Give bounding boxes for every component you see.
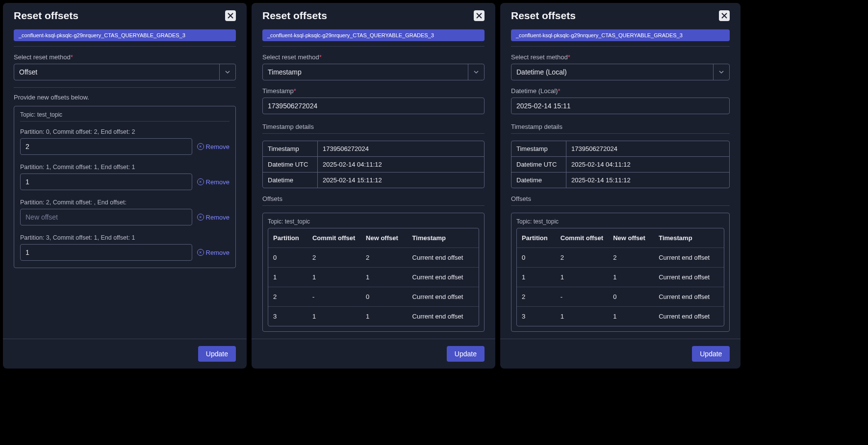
col-new-offset: New offset [361,228,408,247]
partition-row: Partition: 0, Commit offset: 2, End offs… [20,128,230,155]
detail-key: Timestamp [511,141,566,156]
divider [262,133,485,134]
detail-row: Datetime 2025-02-14 15:11:12 [511,173,729,188]
method-label: Select reset method* [14,53,236,61]
offsets-subtext: Provide new offsets below. [14,94,236,101]
datetime-label: Datetime (Local)* [511,87,730,95]
detail-key: Datetime UTC [511,157,566,172]
partition-label: Partition: 3, Commit offset: 1, End offs… [20,234,230,241]
offset-input[interactable] [20,173,192,190]
panel-footer: Update [252,339,495,369]
method-select[interactable]: Datetime (Local) [511,64,730,80]
panel-title: Reset offsets [14,10,78,22]
offset-input[interactable] [20,244,192,261]
detail-key: Datetime UTC [263,157,318,172]
offsets-label: Offsets [262,195,485,202]
partition-row: Partition: 1, Commit offset: 1, End offs… [20,164,230,190]
partitions-box: Topic: test_topic Partition: 0, Commit o… [14,106,236,268]
divider [511,133,730,134]
offsets-table: Partition Commit offset New offset Times… [516,228,724,326]
detail-row: Datetime UTC 2025-02-14 04:11:12 [511,157,729,173]
method-value: Datetime (Local) [516,68,567,76]
topic-label: Topic: test_topic [20,111,230,118]
table-row: 111Current end offset [517,268,724,287]
offsets-box: Topic: test_topic Partition Commit offse… [511,213,730,332]
col-commit-offset: Commit offset [556,228,608,247]
detail-row: Timestamp 1739506272024 [263,141,484,157]
remove-button[interactable]: × Remove [197,178,230,186]
timestamp-details-label: Timestamp details [511,123,730,130]
remove-button[interactable]: × Remove [197,249,230,256]
detail-value: 2025-02-14 04:11:12 [318,157,484,172]
col-partition: Partition [268,228,307,247]
detail-value: 1739506272024 [318,141,484,156]
panel-footer: Update [500,339,740,369]
detail-row: Datetime 2025-02-14 15:11:12 [263,173,484,188]
detail-key: Datetime [511,173,566,188]
table-row: 311Current end offset [517,307,724,326]
chevron-down-icon [468,64,479,80]
detail-key: Datetime [263,173,318,188]
datetime-input[interactable] [511,98,730,114]
remove-button[interactable]: × Remove [197,143,230,150]
remove-button[interactable]: × Remove [197,214,230,221]
table-row: 111Current end offset [268,268,479,287]
remove-icon: × [197,214,204,221]
update-button[interactable]: Update [198,346,236,362]
chevron-down-icon [713,64,724,80]
close-button[interactable] [719,10,730,21]
detail-value: 1739506272024 [566,141,729,156]
panel-content: Select reset method* Offset Provide new … [3,47,247,339]
method-select[interactable]: Timestamp [262,64,485,80]
table-row: 2-0Current end offset [268,287,479,307]
topic-label: Topic: test_topic [268,218,479,225]
consumer-group-chip: _confluent-ksql-pksqlc-g29nrquery_CTAS_Q… [511,29,730,41]
method-value: Offset [19,68,37,76]
close-button[interactable] [474,10,485,21]
consumer-group-chip: _confluent-ksql-pksqlc-g29nrquery_CTAS_Q… [262,29,485,41]
panel-title: Reset offsets [262,10,327,22]
offset-input[interactable] [20,138,192,155]
col-timestamp: Timestamp [408,228,479,247]
remove-icon: × [197,178,204,185]
chevron-down-icon [219,64,230,80]
timestamp-details-label: Timestamp details [262,123,485,130]
table-row: 022Current end offset [517,248,724,268]
partition-row: Partition: 3, Commit offset: 1, End offs… [20,234,230,261]
detail-key: Timestamp [263,141,318,156]
reset-offsets-panel-timestamp: Reset offsets _confluent-ksql-pksqlc-g29… [252,3,495,369]
col-partition: Partition [517,228,556,247]
update-button[interactable]: Update [692,346,730,362]
detail-row: Datetime UTC 2025-02-14 04:11:12 [263,157,484,173]
detail-value: 2025-02-14 15:11:12 [318,173,484,188]
divider [20,121,230,122]
offsets-table: Partition Commit offset New offset Times… [268,228,479,326]
panel-header: Reset offsets [252,3,495,26]
divider [262,205,485,206]
table-header: Partition Commit offset New offset Times… [517,228,724,248]
topic-label: Topic: test_topic [516,218,724,225]
offset-input[interactable] [20,209,192,225]
update-button[interactable]: Update [447,346,485,362]
divider [14,87,236,88]
method-select[interactable]: Offset [14,64,236,80]
divider [511,205,730,206]
table-row: 2-0Current end offset [517,287,724,307]
offsets-label: Offsets [511,195,730,202]
table-header: Partition Commit offset New offset Times… [268,228,479,248]
detail-row: Timestamp 1739506272024 [511,141,729,157]
remove-icon: × [197,249,204,256]
partition-label: Partition: 0, Commit offset: 2, End offs… [20,128,230,135]
timestamp-input[interactable] [262,98,485,114]
table-row: 022Current end offset [268,248,479,268]
close-button[interactable] [225,10,236,21]
method-label: Select reset method* [262,53,485,61]
detail-value: 2025-02-14 15:11:12 [566,173,729,188]
remove-icon: × [197,143,204,150]
partition-label: Partition: 1, Commit offset: 1, End offs… [20,164,230,171]
panel-footer: Update [3,339,247,369]
method-label: Select reset method* [511,53,730,61]
reset-offsets-panel-offset: Reset offsets _confluent-ksql-pksqlc-g29… [3,3,247,369]
panel-content: Select reset method* Datetime (Local) Da… [500,47,740,339]
table-row: 311Current end offset [268,307,479,326]
